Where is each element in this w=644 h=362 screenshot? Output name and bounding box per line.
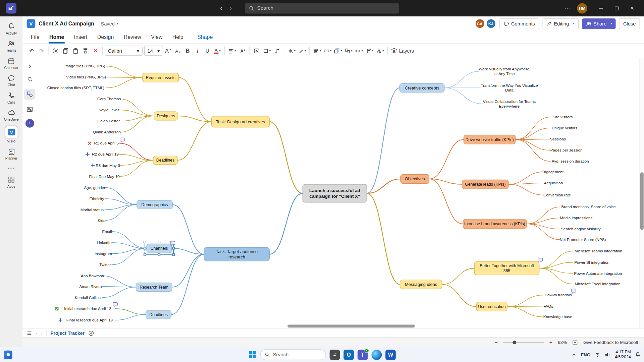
- mindmap-connector-drive_traffic-unique_visitors[interactable]: [516, 128, 550, 139]
- mindmap-connector-task_research-demographics[interactable]: [172, 204, 204, 254]
- mindmap-connector-creative_concepts-work_visually[interactable]: [444, 71, 479, 88]
- mindmap-node-cora[interactable]: Cora Thomas: [97, 97, 121, 101]
- close-window-button[interactable]: ×: [624, 0, 640, 16]
- mindmap-node-demographics[interactable]: Demographics: [137, 200, 173, 209]
- mindmap-connector-task_research-deadlines_b[interactable]: [171, 254, 204, 315]
- zoom-slider[interactable]: [503, 342, 544, 343]
- font-size-select[interactable]: 14▾: [144, 46, 163, 56]
- save-status[interactable]: Saved: [101, 21, 115, 26]
- bold-button[interactable]: B: [183, 45, 193, 56]
- mindmap-node-task_research[interactable]: Task: Target audienceresearch: [204, 247, 270, 261]
- vertical-scrollbar-thumb[interactable]: [640, 172, 644, 230]
- teams-search-input[interactable]: Search: [245, 3, 399, 14]
- rotate-button[interactable]: ▾: [364, 45, 375, 56]
- comments-button[interactable]: Comments: [499, 18, 539, 29]
- mindmap-node-excel[interactable]: Microsoft Excel integration: [575, 282, 620, 286]
- mindmap-connector-designers-kayla[interactable]: [119, 110, 154, 116]
- back-button[interactable]: ‹: [220, 4, 223, 13]
- sidebar-item-planner[interactable]: Planner: [0, 146, 22, 163]
- flip-button[interactable]: ▾: [375, 45, 385, 56]
- mindmap-connector-better_together-powerbi[interactable]: [539, 262, 573, 268]
- cut-button[interactable]: [51, 45, 61, 56]
- bring-forward-button[interactable]: ▾: [333, 45, 343, 56]
- add-page-button[interactable]: [88, 330, 94, 336]
- mindmap-connector-drive_traffic-avg_session[interactable]: [516, 139, 550, 161]
- fit-to-window-icon[interactable]: [572, 340, 578, 345]
- mindmap-connector-user_education-howto[interactable]: [507, 295, 543, 306]
- selection-handle[interactable]: [158, 254, 160, 256]
- mindmap-connector-objectives-brand_awareness[interactable]: [429, 179, 463, 224]
- text-box-button[interactable]: [252, 45, 261, 56]
- close-document-button[interactable]: Close: [619, 18, 640, 29]
- mindmap-connector-user_education-kb[interactable]: [507, 307, 543, 317]
- tab-design[interactable]: Design: [92, 31, 119, 43]
- mindmap-node-powerautomate[interactable]: Power Automate integration: [574, 271, 622, 276]
- mindmap-connector-channels-linkedin[interactable]: [112, 243, 147, 248]
- mindmap-node-messaging_ideas[interactable]: Messaging ideas: [400, 280, 442, 289]
- add-shape-button[interactable]: +: [25, 119, 34, 128]
- collaborator-avatar[interactable]: KJ: [486, 18, 496, 29]
- selection-handle[interactable]: [158, 241, 160, 243]
- mindmap-node-kb[interactable]: Knowledge base: [543, 314, 572, 319]
- mindmap-node-final_research[interactable]: Final research due April 19: [59, 318, 113, 322]
- previous-page-button[interactable]: ‹: [36, 330, 38, 336]
- mindmap-connector-generate_leads-conversion[interactable]: [508, 184, 543, 195]
- edge-icon[interactable]: [372, 350, 382, 360]
- editing-mode-button[interactable]: Editing ▾: [542, 18, 579, 29]
- copy-button[interactable]: [61, 45, 70, 56]
- user-avatar[interactable]: HM: [577, 3, 587, 13]
- mindmap-diagram[interactable]: Launch a successful adcampaign for "Clie…: [37, 58, 639, 328]
- mindmap-node-kayla[interactable]: Kayla Lewis: [99, 108, 119, 112]
- mindmap-node-unique_visitors[interactable]: Unique visitors: [552, 126, 577, 130]
- drawing-canvas[interactable]: Launch a successful adcampaign for "Clie…: [37, 58, 639, 328]
- underline-button[interactable]: U: [203, 45, 212, 56]
- collaborator-avatar[interactable]: CA: [475, 18, 485, 29]
- vertical-scrollbar[interactable]: [639, 58, 644, 328]
- grow-font-button[interactable]: A▴: [163, 45, 173, 56]
- next-page-button[interactable]: ›: [41, 330, 43, 336]
- mindmap-node-work_visually[interactable]: Work Visually from Anywhere,at Any Time: [479, 67, 530, 76]
- hidden-icons-chevron[interactable]: [572, 352, 577, 357]
- mindmap-connector-brand_awareness-media_impressions[interactable]: [527, 218, 560, 224]
- fill-color-button[interactable]: ▾: [286, 45, 297, 56]
- sidebar-item-onedrive[interactable]: OneDrive: [0, 107, 22, 124]
- notifications-bell-icon[interactable]: [635, 352, 641, 357]
- connector-button[interactable]: [272, 45, 282, 56]
- mindmap-node-engagement[interactable]: Engagement: [541, 170, 564, 174]
- mindmap-node-r1[interactable]: R1 due April 5: [88, 141, 119, 145]
- sidebar-item-apps[interactable]: Apps: [0, 174, 22, 191]
- redo-button[interactable]: ↷: [37, 45, 46, 56]
- mindmap-connector-research_team-ana[interactable]: [102, 276, 136, 287]
- zoom-in-button[interactable]: +: [549, 339, 552, 345]
- taskbar-search-input[interactable]: Search: [260, 349, 326, 360]
- mindmap-connector-center-messaging_ideas[interactable]: [367, 193, 400, 285]
- mindmap-node-powerbi[interactable]: Power BI integration: [574, 260, 609, 264]
- mindmap-node-ana[interactable]: Ana Bowman: [81, 274, 104, 278]
- zoom-slider-thumb[interactable]: [513, 341, 517, 344]
- outlook-icon[interactable]: O: [343, 350, 354, 360]
- mindmap-connector-task_design-deadlines_y[interactable]: [177, 122, 212, 160]
- layers-button[interactable]: Layers: [390, 45, 415, 56]
- mindmap-node-final_due[interactable]: Final Due May 10: [89, 174, 120, 179]
- delete-button[interactable]: [90, 45, 100, 56]
- undo-button[interactable]: ↶: [27, 45, 37, 56]
- mindmap-node-sessions[interactable]: Sessions: [550, 137, 566, 141]
- mindmap-node-search_visibility[interactable]: Search engine visibility: [561, 227, 600, 231]
- tab-shape[interactable]: Shape: [193, 31, 218, 43]
- maximize-button[interactable]: [609, 0, 625, 16]
- mindmap-node-creative_concepts[interactable]: Creative concepts: [399, 83, 444, 93]
- mindmap-node-generate_leads[interactable]: Generate leads (KPIs): [462, 180, 508, 189]
- comment-indicator-icon[interactable]: [120, 138, 124, 142]
- mindmap-node-initial_research[interactable]: Initial research due April 12: [55, 306, 111, 311]
- mindmap-connector-messaging_ideas-better_together[interactable]: [442, 268, 475, 284]
- mindmap-connector-better_together-teams_integration[interactable]: [539, 251, 573, 268]
- tab-insert[interactable]: Insert: [69, 31, 92, 43]
- forward-button[interactable]: ›: [229, 4, 232, 13]
- mindmap-node-kendall[interactable]: Kendall Collins: [75, 295, 101, 300]
- zoom-level[interactable]: 63%: [558, 340, 567, 345]
- horizontal-scrollbar[interactable]: [37, 325, 639, 328]
- mindmap-connector-objectives-drive_traffic[interactable]: [429, 139, 464, 179]
- selection-handle[interactable]: [172, 247, 174, 249]
- mindmap-node-email[interactable]: Email: [102, 229, 112, 234]
- mindmap-connector-creative_concepts-visual_collab[interactable]: [444, 88, 483, 104]
